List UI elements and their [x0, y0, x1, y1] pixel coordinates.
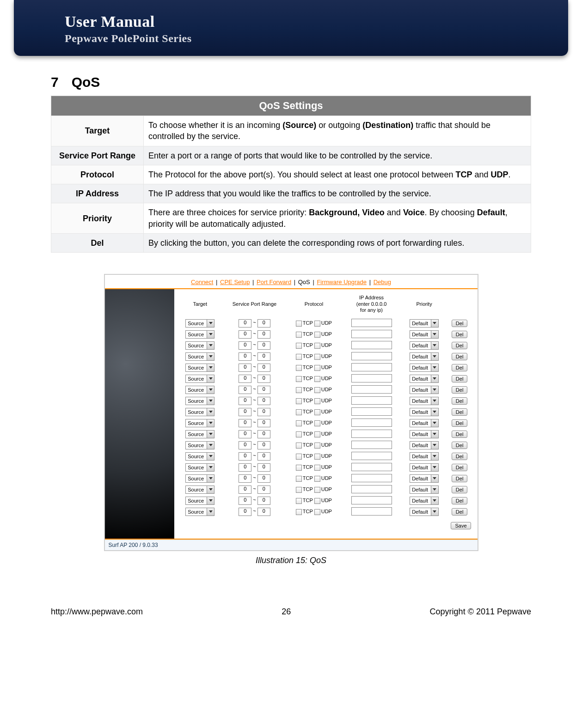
target-select[interactable]: Source — [185, 474, 214, 483]
tcp-checkbox[interactable] — [296, 443, 302, 449]
tcp-checkbox[interactable] — [296, 498, 302, 504]
priority-select[interactable]: Default — [410, 485, 439, 494]
del-button[interactable]: Del — [452, 442, 468, 449]
ip-input[interactable] — [351, 396, 392, 405]
port-from-input[interactable]: 0 — [239, 497, 251, 505]
priority-select[interactable]: Default — [410, 330, 439, 339]
priority-select[interactable]: Default — [410, 364, 439, 372]
tcp-checkbox[interactable] — [296, 354, 302, 360]
del-button[interactable]: Del — [452, 408, 468, 416]
port-from-input[interactable]: 0 — [239, 408, 251, 416]
priority-select[interactable]: Default — [410, 352, 439, 361]
del-button[interactable]: Del — [452, 386, 468, 394]
ip-input[interactable] — [351, 452, 392, 460]
del-button[interactable]: Del — [452, 364, 468, 371]
del-button[interactable]: Del — [452, 508, 468, 516]
ip-input[interactable] — [351, 341, 392, 349]
target-select[interactable]: Source — [185, 386, 214, 394]
tcp-checkbox[interactable] — [296, 321, 302, 327]
target-select[interactable]: Source — [185, 508, 214, 516]
udp-checkbox[interactable] — [314, 332, 320, 338]
target-select[interactable]: Source — [185, 419, 214, 427]
port-from-input[interactable]: 0 — [239, 341, 251, 350]
tcp-checkbox[interactable] — [296, 343, 302, 349]
udp-checkbox[interactable] — [314, 476, 320, 482]
del-button[interactable]: Del — [452, 486, 468, 493]
target-select[interactable]: Source — [185, 364, 214, 372]
port-from-input[interactable]: 0 — [239, 319, 251, 328]
ip-input[interactable] — [351, 463, 392, 471]
udp-checkbox[interactable] — [314, 343, 320, 349]
port-from-input[interactable]: 0 — [239, 397, 251, 405]
ip-input[interactable] — [351, 474, 392, 482]
del-button[interactable]: Del — [452, 475, 468, 482]
udp-checkbox[interactable] — [314, 454, 320, 460]
tcp-checkbox[interactable] — [296, 454, 302, 460]
port-to-input[interactable]: 0 — [257, 341, 270, 350]
port-to-input[interactable]: 0 — [257, 397, 270, 405]
priority-select[interactable]: Default — [410, 463, 439, 472]
ip-input[interactable] — [351, 496, 392, 504]
del-button[interactable]: Del — [452, 375, 468, 382]
target-select[interactable]: Source — [185, 330, 214, 339]
port-to-input[interactable]: 0 — [257, 508, 270, 516]
ip-input[interactable] — [351, 352, 392, 360]
priority-select[interactable]: Default — [410, 397, 439, 405]
ip-input[interactable] — [351, 330, 392, 338]
udp-checkbox[interactable] — [314, 498, 320, 504]
target-select[interactable]: Source — [185, 375, 214, 383]
tcp-checkbox[interactable] — [296, 476, 302, 482]
port-from-input[interactable]: 0 — [239, 452, 251, 461]
udp-checkbox[interactable] — [314, 443, 320, 449]
tcp-checkbox[interactable] — [296, 398, 302, 404]
priority-select[interactable]: Default — [410, 319, 439, 328]
nav-link[interactable]: CPE Setup — [220, 279, 250, 285]
port-from-input[interactable]: 0 — [239, 352, 251, 361]
port-to-input[interactable]: 0 — [257, 497, 270, 505]
port-to-input[interactable]: 0 — [257, 485, 270, 494]
target-select[interactable]: Source — [185, 397, 214, 405]
port-to-input[interactable]: 0 — [257, 330, 270, 339]
tcp-checkbox[interactable] — [296, 387, 302, 393]
port-to-input[interactable]: 0 — [257, 441, 270, 449]
udp-checkbox[interactable] — [314, 409, 320, 415]
port-to-input[interactable]: 0 — [257, 375, 270, 383]
port-to-input[interactable]: 0 — [257, 319, 270, 328]
nav-link[interactable]: Debug — [374, 279, 391, 285]
port-from-input[interactable]: 0 — [239, 485, 251, 494]
target-select[interactable]: Source — [185, 408, 214, 416]
ip-input[interactable] — [351, 319, 392, 327]
udp-checkbox[interactable] — [314, 509, 320, 515]
tcp-checkbox[interactable] — [296, 409, 302, 415]
port-to-input[interactable]: 0 — [257, 352, 270, 361]
port-to-input[interactable]: 0 — [257, 364, 270, 372]
del-button[interactable]: Del — [452, 464, 468, 471]
port-from-input[interactable]: 0 — [239, 386, 251, 394]
ip-input[interactable] — [351, 419, 392, 427]
priority-select[interactable]: Default — [410, 386, 439, 394]
udp-checkbox[interactable] — [314, 354, 320, 360]
tcp-checkbox[interactable] — [296, 465, 302, 471]
port-from-input[interactable]: 0 — [239, 330, 251, 339]
udp-checkbox[interactable] — [314, 398, 320, 404]
udp-checkbox[interactable] — [314, 387, 320, 393]
nav-link[interactable]: Port Forward — [257, 279, 291, 285]
del-button[interactable]: Del — [452, 497, 468, 504]
target-select[interactable]: Source — [185, 352, 214, 361]
priority-select[interactable]: Default — [410, 419, 439, 427]
port-to-input[interactable]: 0 — [257, 386, 270, 394]
target-select[interactable]: Source — [185, 319, 214, 328]
udp-checkbox[interactable] — [314, 420, 320, 426]
priority-select[interactable]: Default — [410, 452, 439, 461]
del-button[interactable]: Del — [452, 453, 468, 460]
udp-checkbox[interactable] — [314, 376, 320, 382]
target-select[interactable]: Source — [185, 463, 214, 472]
target-select[interactable]: Source — [185, 430, 214, 438]
port-from-input[interactable]: 0 — [239, 508, 251, 516]
priority-select[interactable]: Default — [410, 341, 439, 350]
priority-select[interactable]: Default — [410, 508, 439, 516]
udp-checkbox[interactable] — [314, 365, 320, 371]
priority-select[interactable]: Default — [410, 430, 439, 438]
target-select[interactable]: Source — [185, 497, 214, 505]
udp-checkbox[interactable] — [314, 465, 320, 471]
